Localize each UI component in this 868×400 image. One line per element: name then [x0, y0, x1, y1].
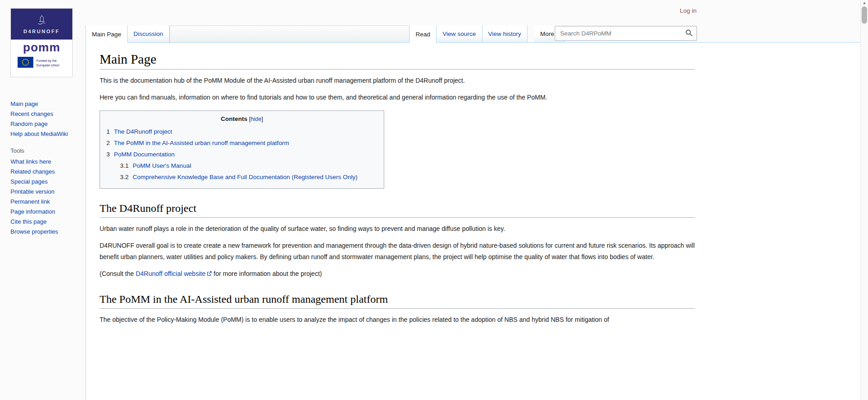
scroll-up-icon[interactable]: ▲ [861, 0, 868, 6]
eu-flag-icon [17, 57, 34, 69]
intro-paragraph-2: Here you can find manuals, information o… [100, 92, 695, 103]
toc-item-3-1: 3.1PoMM User's Manual [106, 160, 377, 171]
toc-title-row: Contents [hide] [106, 115, 377, 122]
tab-view-source-label: View source [442, 30, 476, 37]
content-area: Main Page This is the documentation hub … [85, 42, 860, 400]
view-tabs: Read View source View history More ▾ [409, 25, 565, 42]
toc-link-1[interactable]: 1The D4Runoff project [106, 128, 172, 135]
sidebar-tools-heading: Tools [10, 147, 85, 154]
sidebar-item-permanent-link[interactable]: Permanent link [10, 197, 85, 207]
toc-link-2[interactable]: 2The PoMM in the AI-Assisted urban runof… [106, 140, 289, 146]
section1-paragraph-2: D4RUNOFF overall goal is to create creat… [100, 240, 695, 263]
intro-paragraph-1: This is the documentation hub of the PoM… [100, 75, 695, 86]
section1-paragraph-1: Urban water runoff plays a role in the d… [100, 223, 695, 235]
d4runoff-website-link[interactable]: D4Runoff official website [135, 270, 212, 277]
tab-read[interactable]: Read [409, 25, 437, 43]
sidebar-item-browse-properties[interactable]: Browse properties [10, 227, 85, 237]
search-input[interactable] [559, 30, 684, 37]
toc-link-3[interactable]: 3PoMM Documentation [106, 151, 175, 158]
sidebar-item-printable-version[interactable]: Printable version [10, 187, 85, 197]
sidebar-navigation: Main page Recent changes Random page Hel… [10, 99, 85, 139]
logo-top-panel: D4RUNOFF [11, 9, 72, 40]
scrollbar-thumb[interactable] [862, 6, 867, 24]
sidebar-tools: What links here Related changes Special … [10, 157, 85, 237]
tab-view-source[interactable]: View source [437, 25, 482, 42]
section-heading-d4runoff-project: The D4Runoff project [100, 202, 695, 218]
sidebar-item-page-information[interactable]: Page information [10, 207, 85, 217]
toc-item-2: 2The PoMM in the AI-Assisted urban runof… [106, 137, 377, 149]
tab-row-spacer [170, 25, 414, 42]
sidebar-item-related-changes[interactable]: Related changes [10, 167, 85, 177]
logo-eu-attribution: Funded by the European Union [11, 55, 72, 73]
sidebar-item-recent-changes[interactable]: Recent changes [10, 109, 85, 119]
tower-icon [34, 14, 50, 27]
tab-main-page[interactable]: Main Page [85, 25, 128, 43]
sidebar-item-main-page[interactable]: Main page [10, 99, 85, 109]
logo-product-text: pomm [11, 40, 72, 55]
section-heading-pomm-platform: The PoMM in the AI-Assisted urban runoff… [100, 293, 695, 309]
toc-link-3-2[interactable]: 3.2Comprehensive Knowledge Base and Full… [120, 174, 357, 180]
toc-item-3-2: 3.2Comprehensive Knowledge Base and Full… [106, 171, 377, 183]
sidebar-item-help-mediawiki[interactable]: Help about MediaWiki [10, 129, 85, 139]
toc-title: Contents [221, 115, 248, 122]
tab-view-history[interactable]: View history [482, 25, 528, 42]
logo-brand-text: D4RUNOFF [24, 29, 60, 34]
search-button[interactable] [684, 28, 694, 39]
tab-discussion-label: Discussion [134, 30, 163, 37]
tab-main-page-label: Main Page [92, 31, 121, 38]
section1-consult-line: (Consult the D4Runoff official website f… [100, 268, 695, 280]
tab-discussion[interactable]: Discussion [128, 25, 170, 42]
sidebar-item-what-links-here[interactable]: What links here [10, 157, 85, 167]
sidebar: D4RUNOFF pomm Funded by the [0, 0, 85, 237]
tab-view-history-label: View history [488, 30, 522, 37]
tab-read-label: Read [416, 31, 430, 38]
toc-link-3-1[interactable]: 3.1PoMM User's Manual [120, 162, 191, 169]
toc-item-1: 1The D4Runoff project [106, 126, 377, 137]
vertical-scrollbar[interactable]: ▲ [860, 0, 868, 400]
search-icon [685, 29, 693, 38]
sidebar-item-special-pages[interactable]: Special pages [10, 177, 85, 187]
more-menu-label: More [540, 30, 554, 37]
sidebar-item-cite-this-page[interactable]: Cite this page [10, 217, 85, 227]
toc-item-3: 3PoMM Documentation [106, 149, 377, 160]
sidebar-item-random-page[interactable]: Random page [10, 119, 85, 129]
page-title: Main Page [100, 52, 695, 70]
search-bar [555, 26, 697, 41]
external-link-icon [207, 270, 212, 277]
toc-hide-link[interactable]: hide [251, 116, 261, 122]
page-header: Log in Main Page Discussion Read View so… [85, 0, 860, 42]
eu-funding-text: Funded by the European Union [36, 59, 60, 67]
section2-paragraph-1: The objective of the Policy-Making Modul… [100, 314, 695, 325]
table-of-contents: Contents [hide] 1The D4Runoff project 2T… [100, 110, 384, 189]
wiki-logo[interactable]: D4RUNOFF pomm Funded by the [10, 8, 73, 77]
log-in-link[interactable]: Log in [680, 7, 697, 14]
namespace-tabs: Main Page Discussion [85, 25, 414, 42]
